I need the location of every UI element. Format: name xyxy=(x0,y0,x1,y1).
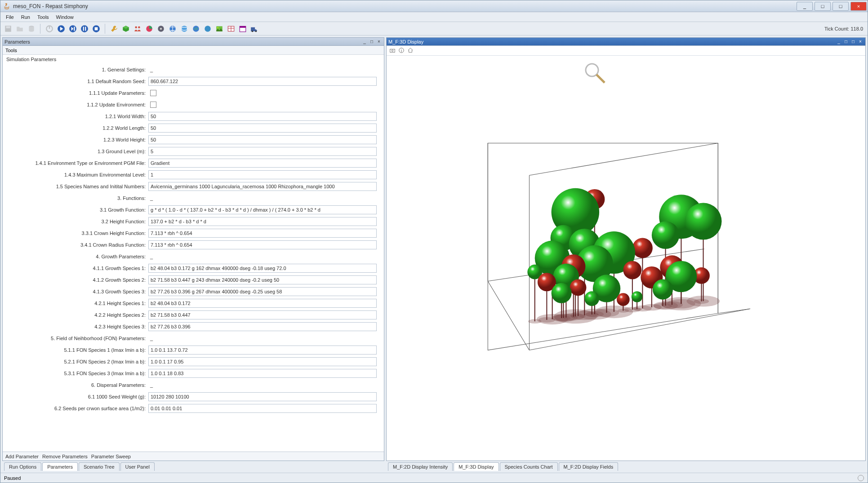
param-input[interactable] xyxy=(148,217,377,226)
param-input[interactable] xyxy=(148,275,377,284)
tool-pie-icon[interactable] xyxy=(144,24,154,34)
tab-parameters[interactable]: Parameters xyxy=(42,462,78,471)
display-minimize-icon[interactable]: _ xyxy=(836,39,842,45)
svg-point-120 xyxy=(653,279,673,300)
display-restore-icon[interactable]: □ xyxy=(843,39,849,45)
svg-rect-9 xyxy=(95,27,98,30)
minimize-button[interactable]: _ xyxy=(797,2,813,11)
param-label: 3.1 Growth Function: xyxy=(3,207,148,213)
param-input[interactable] xyxy=(148,229,377,238)
tab-scenario-tree[interactable]: Scenario Tree xyxy=(79,462,119,471)
param-input[interactable] xyxy=(148,135,377,144)
remove-parameters-link[interactable]: Remove Parameters xyxy=(42,454,88,459)
param-input[interactable] xyxy=(148,357,377,366)
tool-globe3-icon[interactable] xyxy=(191,24,201,34)
statusbar: Paused xyxy=(0,473,868,483)
maximize-button[interactable]: □ xyxy=(832,2,849,11)
svg-point-101 xyxy=(685,203,722,240)
svg-line-37 xyxy=(529,143,718,175)
home-icon[interactable] xyxy=(407,47,414,54)
tool-cube-icon[interactable] xyxy=(121,24,131,34)
tool-table-icon[interactable] xyxy=(226,24,236,34)
status-text: Paused xyxy=(4,475,21,481)
menu-run[interactable]: Run xyxy=(18,13,34,21)
play-button[interactable] xyxy=(56,24,66,34)
display-canvas[interactable] xyxy=(387,56,865,461)
param-input[interactable] xyxy=(148,182,377,191)
param-input[interactable] xyxy=(148,159,377,168)
display-close-icon[interactable]: × xyxy=(857,39,864,45)
param-input[interactable] xyxy=(148,310,377,319)
tool-globe4-icon[interactable] xyxy=(203,24,213,34)
tab-run-options[interactable]: Run Options xyxy=(4,462,41,471)
param-checkbox[interactable] xyxy=(150,102,156,108)
svg-rect-1 xyxy=(6,26,10,28)
param-input[interactable] xyxy=(148,112,377,121)
scene-3d xyxy=(387,56,865,461)
svg-line-40 xyxy=(488,281,529,350)
svg-point-10 xyxy=(135,26,137,28)
tool-record-icon[interactable] xyxy=(156,24,166,34)
info-icon[interactable]: i xyxy=(398,47,405,54)
param-input[interactable] xyxy=(148,369,377,378)
param-input[interactable] xyxy=(148,170,377,179)
tool-truck-icon[interactable] xyxy=(249,24,259,34)
menu-tools[interactable]: Tools xyxy=(34,13,53,21)
stop-button[interactable] xyxy=(91,24,101,34)
svg-point-122 xyxy=(632,291,643,302)
database-icon[interactable] xyxy=(27,24,36,34)
tab-2d-fields[interactable]: M_F:2D Display Fields xyxy=(559,462,619,471)
tab-3d-display[interactable]: M_F:3D Display xyxy=(454,462,499,471)
param-row: 1.4.1 Environment Type or Environment PG… xyxy=(3,157,384,169)
tool-calendar-icon[interactable] xyxy=(238,24,248,34)
param-checkbox[interactable] xyxy=(150,90,156,96)
param-label: 5.3.1 FON Species 3 (Imax Imin a b): xyxy=(3,371,148,376)
param-input[interactable] xyxy=(148,147,377,156)
tool-users-icon[interactable] xyxy=(133,24,142,34)
panel-maximize-icon[interactable]: □ xyxy=(369,39,375,45)
display-panel-title: M_F:3D Display xyxy=(388,39,423,44)
window-title: meso_FON - Repast Simphony xyxy=(13,3,796,9)
tab-species-chart[interactable]: Species Counts Chart xyxy=(500,462,558,471)
display-maximize-icon[interactable]: □ xyxy=(850,39,856,45)
param-input[interactable] xyxy=(148,392,377,401)
power-icon[interactable] xyxy=(45,24,54,34)
camera-icon[interactable] xyxy=(389,47,396,54)
param-input[interactable] xyxy=(148,404,377,413)
param-row: 4.2.3 Height Species 3: xyxy=(3,321,384,332)
menu-file[interactable]: File xyxy=(2,13,18,21)
panel-close-icon[interactable]: × xyxy=(376,39,382,45)
step-button[interactable] xyxy=(68,24,78,34)
panel-minimize-icon[interactable]: _ xyxy=(361,39,368,45)
param-input[interactable] xyxy=(148,264,377,273)
tool-globe1-icon[interactable] xyxy=(168,24,178,34)
param-input[interactable] xyxy=(148,205,377,214)
param-input[interactable] xyxy=(148,124,377,133)
save-icon[interactable] xyxy=(3,24,13,34)
param-input[interactable] xyxy=(148,77,377,86)
tab-user-panel[interactable]: User Panel xyxy=(120,462,155,471)
restore-button[interactable]: □ xyxy=(815,2,831,11)
param-input[interactable] xyxy=(148,346,377,354)
param-input[interactable] xyxy=(148,240,377,249)
param-row: 3.3.1 Crown Height Function: xyxy=(3,227,384,239)
menu-window[interactable]: Window xyxy=(53,13,77,21)
folder-icon[interactable] xyxy=(15,24,25,34)
param-input[interactable] xyxy=(148,287,377,296)
add-parameter-link[interactable]: Add Parameter xyxy=(5,454,39,459)
tool-wrench-icon[interactable] xyxy=(109,24,119,34)
param-label: 4.2.2 Height Species 2: xyxy=(3,312,148,318)
parameters-body: Simulation Parameters 1. General Setting… xyxy=(3,55,384,452)
param-input[interactable] xyxy=(148,299,377,308)
right-tabs: M_F:2D Display Intensity M_F:3D Display … xyxy=(386,461,866,471)
param-label: 1.2.1 World Width: xyxy=(3,114,148,119)
tab-2d-intensity[interactable]: M_F:2D Display Intensity xyxy=(388,462,453,471)
close-button[interactable]: × xyxy=(850,2,867,11)
param-label: 3.2 Height Function: xyxy=(3,219,148,224)
parameters-tools-row[interactable]: Tools xyxy=(3,46,384,55)
param-input[interactable] xyxy=(148,322,377,331)
pause-button[interactable] xyxy=(80,24,89,34)
tool-globe2-icon[interactable] xyxy=(179,24,189,34)
tool-image-icon[interactable] xyxy=(214,24,224,34)
parameter-sweep-link[interactable]: Parameter Sweep xyxy=(91,454,131,459)
